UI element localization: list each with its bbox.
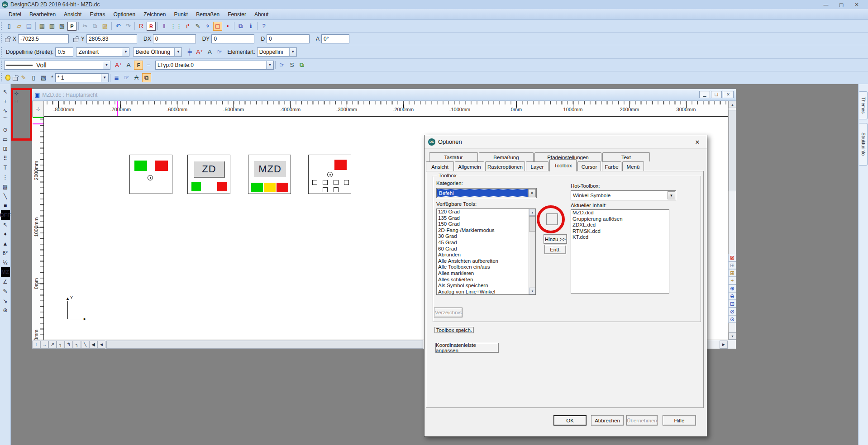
menu-item[interactable]: Bearbeiten [25, 10, 60, 19]
text-size-plus-icon[interactable]: A⁺ [114, 61, 123, 70]
ok-button[interactable]: OK [553, 415, 587, 426]
prev-point-icon[interactable]: ◀ [89, 341, 97, 349]
chevron-down-icon[interactable]: ▼ [103, 61, 110, 69]
line-point-icon[interactable]: ╲ [81, 341, 89, 349]
chevron-down-icon[interactable]: ▼ [266, 61, 273, 69]
menu-item[interactable]: Ansicht [60, 10, 86, 19]
entf-button[interactable]: Entf. [544, 245, 566, 254]
toolbar-grip[interactable] [1, 61, 2, 69]
zoom-previous-icon[interactable]: ⊙ [728, 315, 736, 323]
x-coordinate-field[interactable]: -7023.5 [18, 34, 69, 43]
arrow-dn-icon[interactable]: ↘ [1, 296, 10, 305]
print-preview-icon[interactable]: ▥ [48, 22, 57, 31]
layer-lock-icon[interactable] [13, 77, 18, 81]
paste-icon[interactable]: ▨ [100, 22, 110, 31]
tab-toolbox[interactable]: Toolbox [549, 159, 577, 171]
scroll-down-icon[interactable]: ▼ [729, 332, 736, 340]
redraw-icon[interactable]: ⊠ [728, 254, 736, 261]
circle-icon[interactable]: ⊙ [1, 125, 10, 134]
copy-attr-icon[interactable]: ⧉ [297, 61, 306, 70]
linestyle-select[interactable]: Voll ▼ [4, 61, 110, 70]
chevron-down-icon[interactable]: ▼ [101, 74, 108, 82]
layer-color-icon[interactable]: ▯ [29, 73, 38, 82]
tool-list-item[interactable]: Alles markieren [437, 270, 529, 277]
chevron-down-icon[interactable]: ▼ [289, 48, 296, 56]
spline-icon[interactable]: S [287, 61, 296, 70]
koordinatenleiste-button[interactable]: Koordinatenleiste anpassen [435, 343, 499, 353]
vertical-scroll-thumb[interactable] [729, 110, 736, 191]
layer-visible-icon[interactable] [5, 75, 10, 80]
chevron-down-icon[interactable]: ▼ [528, 189, 536, 197]
selection-mode-icon[interactable]: ▢ [213, 22, 222, 31]
hand-pick-icon[interactable]: ☞ [215, 47, 224, 57]
p-icon[interactable]: P [67, 22, 76, 31]
dialog-close-icon[interactable]: ✕ [692, 137, 702, 147]
hilfe-button[interactable]: Hilfe [663, 415, 696, 426]
lock-grey-icon[interactable] [162, 73, 171, 82]
point-right-icon[interactable]: → [40, 341, 48, 349]
clipboard-icon[interactable]: ⧉ [142, 73, 151, 82]
point-diagonal-icon[interactable]: ↗ [48, 341, 57, 349]
tool-list-item[interactable]: Abrunden [437, 252, 529, 258]
child-minimize-button[interactable]: ▁ [699, 91, 710, 98]
tab-menu[interactable]: Menü [622, 161, 644, 171]
wedge-icon[interactable]: ▲ [1, 239, 10, 248]
toolbar-grip[interactable] [1, 73, 2, 82]
point-grid-icon[interactable]: ⠿ [1, 153, 10, 163]
toolbox-speich-button[interactable]: Toolbox speich. [434, 327, 474, 333]
point-up-icon[interactable]: ↑ [32, 341, 40, 349]
ltyp-select[interactable]: LTyp:0 Breite:0▼ [155, 61, 274, 70]
select-line-icon[interactable]: ✧ [203, 22, 212, 31]
scroll-up-icon[interactable]: ▲ [529, 209, 536, 216]
undo-icon[interactable]: ↶ [114, 22, 123, 31]
redo-icon[interactable]: ↷ [124, 22, 133, 31]
zoom-in-icon[interactable]: ⊕ [728, 284, 736, 292]
dx-field[interactable]: 0 [153, 34, 196, 43]
verzeichnis-button[interactable]: Verzeichnis [434, 308, 463, 317]
tool-list-item[interactable]: 2D-Fang-/Markiermodus [437, 227, 529, 234]
tool-list-item[interactable]: Alle Toolboxen ein/aus [437, 264, 529, 270]
cut-icon[interactable]: ✂ [81, 22, 90, 31]
tool-list-item[interactable]: 135 Grad [437, 215, 529, 222]
content-list-item[interactable]: KT.dcd [571, 234, 669, 241]
line-icon[interactable]: ╲ [1, 191, 10, 201]
menu-item[interactable]: Bemaßen [192, 10, 224, 19]
hand-pick-icon[interactable]: ☞ [122, 73, 131, 82]
tool-list-item[interactable]: 30 Grad [437, 233, 529, 240]
spline-icon[interactable]: ∿ [1, 106, 10, 115]
zoom-fit-icon[interactable]: ⊘ [728, 308, 736, 315]
ruler-origin-button[interactable]: ⊹ [32, 101, 44, 117]
symbol-1[interactable] [129, 155, 172, 194]
fill-icon[interactable]: F [134, 61, 143, 70]
minus-icon[interactable]: − [144, 61, 153, 70]
drawing-window-titlebar[interactable]: ▣ MZD.dc : Hauptansicht ▁ ❏ ✕ [32, 89, 736, 101]
text-size-icon[interactable]: A [124, 61, 133, 70]
context-help-icon[interactable]: ? [259, 22, 268, 31]
layers-icon[interactable]: ≣ [112, 73, 121, 82]
maximize-button[interactable]: ▢ [834, 0, 849, 9]
tab-ansicht[interactable]: Ansicht [426, 161, 454, 171]
doubleline-align-select[interactable]: Zentriert▼ [76, 47, 129, 57]
parallel-lines-icon[interactable]: ‖ [160, 22, 169, 31]
tool-list-item[interactable]: 120 Grad [437, 209, 529, 215]
tool-list-item[interactable]: Analog von Linie+Winkel [437, 289, 529, 295]
chevron-down-icon[interactable]: ▼ [668, 191, 675, 199]
abbrechen-button[interactable]: Abbrechen [591, 415, 624, 426]
snap-off-icon[interactable]: OFF [1, 210, 10, 220]
mz-icon[interactable]: MZ [1, 267, 10, 277]
info-icon[interactable]: ℹ [246, 22, 255, 31]
y-lock-icon[interactable] [73, 38, 78, 42]
arc-icon[interactable]: ⌒ [1, 115, 10, 125]
scroll-down-icon[interactable]: ▼ [529, 288, 536, 294]
menu-item[interactable]: Extras [86, 10, 109, 19]
list-scrollbar[interactable]: ▲ ▼ [529, 209, 535, 294]
uebernehmen-button[interactable]: Übernehmen [626, 415, 658, 426]
select-arrow-icon[interactable]: ↖ [1, 87, 10, 96]
dy-field[interactable]: 0 [211, 34, 254, 43]
curve-point-icon[interactable]: ╮ [73, 341, 81, 349]
move-icon[interactable]: + [1, 96, 10, 106]
tab-layer[interactable]: Layer [526, 161, 548, 171]
list-scroll-thumb[interactable] [529, 216, 535, 232]
fill-square-icon[interactable]: ■ [1, 201, 10, 210]
zoom-out-icon[interactable]: ⊖ [728, 292, 736, 300]
